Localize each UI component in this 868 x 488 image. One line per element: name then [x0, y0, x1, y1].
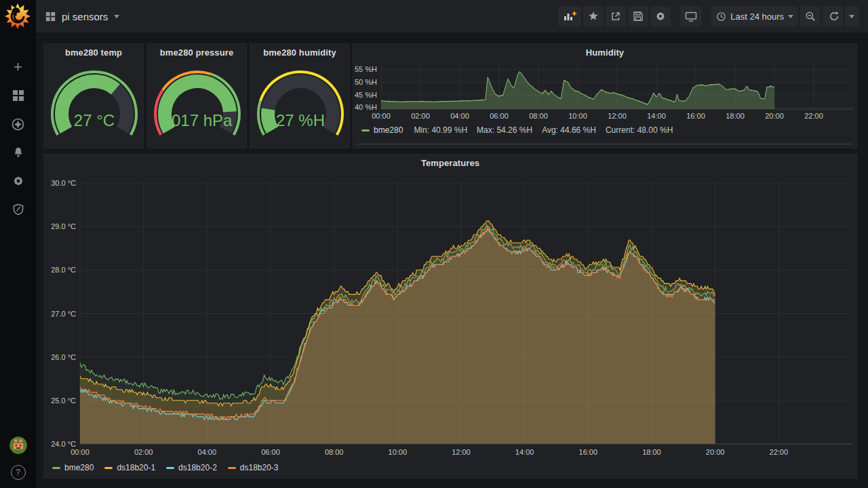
- panel-bme280-temp: bme280 temp 27 °C: [43, 43, 144, 148]
- monitor-icon: [685, 11, 697, 22]
- svg-text:12:00: 12:00: [608, 112, 627, 120]
- gauge-bme280-pressure: 1017 hPa: [147, 61, 248, 148]
- stat-avg: Avg: 44.66 %H: [542, 125, 596, 135]
- question-icon: ?: [16, 468, 20, 477]
- panel-bme280-humidity: bme280 humidity 27 %H: [250, 43, 350, 148]
- panel-title[interactable]: Humidity: [353, 44, 856, 60]
- time-range-label: Last 24 hours: [730, 12, 784, 22]
- humidity-chart[interactable]: 40 %H45 %H50 %H55 %H00:0002:0004:0006:00…: [354, 60, 857, 125]
- star-button[interactable]: [583, 6, 604, 26]
- svg-text:45 %H: 45 %H: [355, 91, 377, 99]
- legend-item-bme280[interactable]: bme280: [361, 125, 403, 135]
- help-button[interactable]: ?: [11, 465, 26, 480]
- svg-text:08:00: 08:00: [325, 448, 344, 456]
- legend-swatch: [361, 129, 370, 131]
- temperatures-chart[interactable]: 24.0 °C25.0 °C26.0 °C27.0 °C28.0 °C29.0 …: [45, 172, 857, 461]
- svg-text:28.0 °C: 28.0 °C: [51, 266, 76, 274]
- sidebar-item-configuration[interactable]: [11, 174, 26, 188]
- svg-text:50 %H: 50 %H: [355, 78, 377, 86]
- zoom-out-button[interactable]: [800, 6, 821, 26]
- dashboard-title: pi sensors: [62, 11, 108, 22]
- gear-icon: [12, 175, 24, 187]
- add-panel-button[interactable]: [558, 6, 581, 26]
- compass-icon: [12, 118, 24, 131]
- share-icon: [610, 11, 621, 22]
- svg-text:10:00: 10:00: [568, 112, 587, 120]
- share-button[interactable]: [606, 6, 626, 26]
- svg-text:20:00: 20:00: [765, 112, 784, 120]
- settings-button[interactable]: [650, 6, 671, 26]
- svg-text:22:00: 22:00: [804, 112, 823, 120]
- temperatures-legend: bme280ds18b20-1ds18b20-2ds18b20-3: [52, 463, 279, 472]
- dashboard-grid-icon: [45, 12, 56, 22]
- time-range-picker[interactable]: Last 24 hours: [711, 6, 798, 26]
- legend-item-ds18b20-1[interactable]: ds18b20-1: [104, 463, 155, 472]
- svg-text:20:00: 20:00: [706, 448, 725, 456]
- svg-text:25.0 °C: 25.0 °C: [51, 396, 76, 405]
- top-navbar: pi sensors: [36, 0, 868, 33]
- shield-icon: [12, 203, 24, 216]
- legend-stats: Min: 40.99 %H Max: 54.26 %H Avg: 44.66 %…: [414, 125, 673, 135]
- svg-text:00:00: 00:00: [372, 112, 391, 120]
- legend-swatch: [228, 467, 236, 469]
- sidebar-item-explore[interactable]: [11, 117, 26, 131]
- zoom-out-icon: [805, 11, 816, 22]
- svg-text:16:00: 16:00: [686, 112, 705, 120]
- svg-text:02:00: 02:00: [411, 112, 430, 120]
- gear-icon: [655, 11, 666, 22]
- svg-text:08:00: 08:00: [529, 112, 548, 120]
- svg-text:10:00: 10:00: [389, 448, 408, 456]
- legend-label: ds18b20-1: [117, 463, 155, 472]
- dashboard-title-button[interactable]: pi sensors: [36, 11, 119, 22]
- svg-text:27 °C: 27 °C: [74, 111, 115, 129]
- svg-text:04:00: 04:00: [450, 112, 469, 120]
- user-avatar[interactable]: [9, 436, 27, 454]
- chevron-down-icon: [788, 15, 793, 18]
- stat-max: Max: 54.26 %H: [477, 125, 532, 135]
- plus-icon: +: [14, 61, 22, 73]
- panel-title[interactable]: Temperatures: [44, 155, 856, 171]
- refresh-button[interactable]: [823, 6, 843, 26]
- panel-title[interactable]: bme280 humidity: [250, 44, 349, 60]
- grid-icon: [12, 89, 24, 102]
- refresh-icon: [829, 11, 840, 22]
- panel-title[interactable]: bme280 temp: [44, 44, 143, 60]
- legend-swatch: [104, 467, 113, 469]
- svg-text:29.0 °C: 29.0 °C: [51, 222, 76, 230]
- chevron-down-icon: [114, 15, 119, 18]
- panel-bme280-pressure: bme280 pressure 1017 hPa: [146, 43, 247, 148]
- cycle-view-button[interactable]: [680, 6, 702, 26]
- svg-text:24.0 °C: 24.0 °C: [51, 440, 76, 448]
- legend-item-ds18b20-2[interactable]: ds18b20-2: [166, 463, 217, 472]
- svg-text:12:00: 12:00: [452, 448, 471, 456]
- sidebar: +: [0, 0, 36, 488]
- legend-item-ds18b20-3[interactable]: ds18b20-3: [228, 463, 279, 472]
- svg-text:00:00: 00:00: [71, 448, 90, 456]
- svg-text:26.0 °C: 26.0 °C: [51, 353, 76, 361]
- svg-text:40 %H: 40 %H: [355, 103, 377, 111]
- save-icon: [633, 11, 644, 22]
- sidebar-item-server-admin[interactable]: [11, 202, 26, 217]
- panel-title[interactable]: bme280 pressure: [147, 44, 246, 60]
- save-button[interactable]: [628, 6, 648, 26]
- svg-text:18:00: 18:00: [642, 448, 661, 456]
- chevron-down-icon: [849, 15, 854, 18]
- refresh-interval-button[interactable]: [845, 6, 859, 26]
- svg-text:18:00: 18:00: [726, 112, 745, 120]
- sidebar-item-create[interactable]: +: [11, 60, 26, 75]
- sidebar-item-alerting[interactable]: [11, 145, 26, 160]
- svg-text:16:00: 16:00: [579, 448, 598, 456]
- gauge-bme280-temp: 27 °C: [44, 61, 144, 148]
- svg-text:14:00: 14:00: [515, 448, 534, 456]
- stat-min: Min: 40.99 %H: [414, 125, 467, 135]
- svg-text:04:00: 04:00: [198, 448, 217, 456]
- grafana-logo-icon[interactable]: [4, 3, 31, 30]
- legend-swatch: [166, 467, 174, 469]
- clock-icon: [716, 12, 726, 22]
- sidebar-item-dashboards[interactable]: [11, 88, 26, 103]
- legend-item-bme280[interactable]: bme280: [52, 463, 94, 472]
- svg-text:27.0 °C: 27.0 °C: [51, 310, 76, 318]
- humidity-legend: bme280 Min: 40.99 %H Max: 54.26 %H Avg: …: [361, 125, 673, 135]
- add-panel-icon: [563, 11, 576, 22]
- svg-text:27 %H: 27 %H: [276, 111, 325, 129]
